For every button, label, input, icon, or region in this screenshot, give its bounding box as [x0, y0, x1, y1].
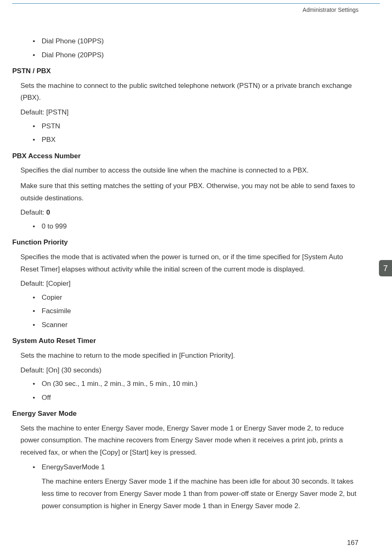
section-description: Make sure that this setting matches the … [12, 180, 359, 204]
bullet-list: PSTN PBX [12, 121, 359, 145]
list-item: Off [33, 392, 359, 403]
intro-bullet-list: Dial Phone (10PPS) Dial Phone (20PPS) [12, 36, 359, 60]
list-item: Scanner [33, 320, 359, 330]
list-item: PSTN [33, 121, 359, 132]
default-value: 0 [46, 208, 50, 216]
default-value: [Copier] [46, 280, 71, 287]
section-heading-energy-saver: Energy Saver Mode [12, 408, 359, 419]
default-value: [PSTN] [46, 108, 69, 116]
bullet-list: EnergySaverMode 1 [12, 462, 359, 473]
list-item: 0 to 999 [33, 221, 359, 232]
section-description: Specifies the dial number to access the … [12, 164, 359, 177]
section-description: Sets the machine to connect to the publi… [12, 80, 359, 104]
default-value: [On] (30 seconds) [46, 366, 101, 374]
bullet-list: 0 to 999 [12, 221, 359, 232]
default-label: Default: [20, 108, 46, 116]
section-description: Sets the machine to enter Energy Saver m… [12, 422, 359, 459]
bullet-list: On (30 sec., 1 min., 2 min., 3 min., 5 m… [12, 379, 359, 403]
section-description: Sets the machine to return to the mode s… [12, 350, 359, 362]
default-value-line: Default: [PSTN] [12, 107, 359, 118]
section-heading-function-priority: Function Priority [12, 237, 359, 248]
default-label: Default: [20, 208, 46, 216]
section-heading-pbx-access: PBX Access Number [12, 151, 359, 161]
chapter-tab: 7 [379, 260, 392, 276]
page-header: Administrator Settings [0, 0, 392, 18]
list-item: PBX [33, 135, 359, 145]
bullet-list: Copier Facsimile Scanner [12, 292, 359, 330]
default-label: Default: [20, 366, 46, 374]
section-description: Specifies the mode that is activated whe… [12, 251, 359, 276]
default-value-line: Default: [On] (30 seconds) [12, 365, 359, 376]
list-item: EnergySaverMode 1 [33, 462, 359, 473]
section-heading-pstn-pbx: PSTN / PBX [12, 66, 359, 76]
page-content: Dial Phone (10PPS) Dial Phone (20PPS) PS… [12, 33, 359, 516]
default-value-line: Default: 0 [12, 207, 359, 218]
list-item: Copier [33, 292, 359, 303]
default-value-line: Default: [Copier] [12, 278, 359, 289]
default-label: Default: [20, 280, 46, 287]
list-item: Facsimile [33, 306, 359, 316]
section-heading-auto-reset: System Auto Reset Timer [12, 336, 359, 346]
page-number: 167 [347, 538, 359, 548]
list-item: Dial Phone (10PPS) [33, 36, 359, 47]
sub-description: The machine enters Energy Saver mode 1 i… [12, 475, 359, 512]
list-item: Dial Phone (20PPS) [33, 50, 359, 61]
header-section-title: Administrator Settings [303, 7, 359, 13]
list-item: On (30 sec., 1 min., 2 min., 3 min., 5 m… [33, 379, 359, 389]
